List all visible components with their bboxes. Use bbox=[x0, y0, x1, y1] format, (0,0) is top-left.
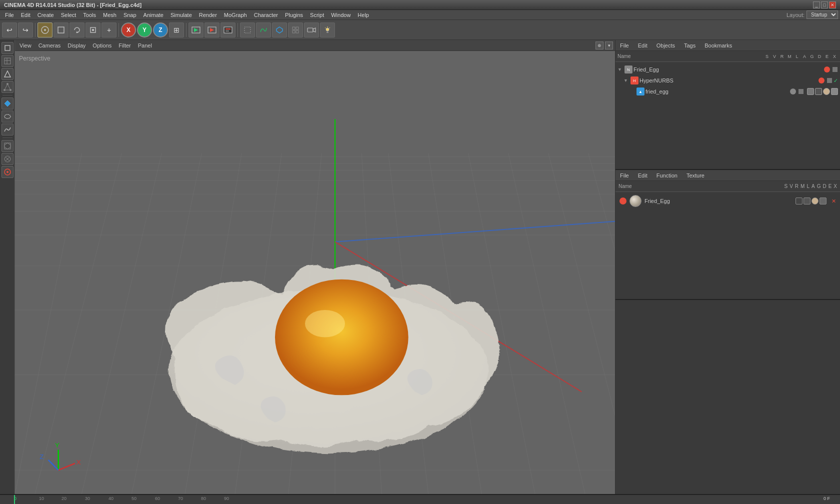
vp-icon-2[interactable]: ▾ bbox=[605, 42, 613, 50]
light-button[interactable] bbox=[320, 22, 335, 38]
ruler-end-frame: 0 F bbox=[824, 496, 830, 501]
object-mode-lt-btn[interactable] bbox=[2, 68, 14, 80]
svg-rect-13 bbox=[244, 27, 250, 33]
move-tool-button[interactable] bbox=[38, 22, 52, 38]
dynamics-btn[interactable] bbox=[2, 166, 14, 178]
objects-edit-menu[interactable]: Edit bbox=[636, 42, 650, 50]
lasso-btn[interactable] bbox=[2, 110, 14, 122]
sculpt-btn[interactable] bbox=[2, 124, 14, 136]
viewport[interactable]: Perspective bbox=[15, 51, 615, 494]
svg-point-33 bbox=[10, 89, 12, 91]
mat-col-r: R bbox=[795, 184, 798, 189]
menu-character[interactable]: Character bbox=[251, 11, 281, 19]
spline-button[interactable] bbox=[256, 22, 271, 38]
menu-window[interactable]: Window bbox=[328, 11, 354, 19]
menu-select[interactable]: Select bbox=[58, 11, 80, 19]
obj-expand-hypernurbs: ▼ bbox=[624, 78, 630, 83]
x-axis-button[interactable]: X bbox=[121, 22, 136, 38]
texture-mode-btn[interactable] bbox=[2, 55, 14, 67]
select-button[interactable]: + bbox=[102, 22, 116, 38]
objects-tags-menu[interactable]: Tags bbox=[682, 42, 698, 50]
vp-menu-options[interactable]: Options bbox=[90, 42, 114, 50]
vp-icon-1[interactable]: ⊕ bbox=[596, 42, 604, 50]
maximize-button[interactable]: □ bbox=[821, 2, 828, 8]
y-axis-button[interactable]: Y bbox=[137, 22, 152, 38]
z-axis-button[interactable]: Z bbox=[153, 22, 168, 38]
minimize-button[interactable]: _ bbox=[813, 2, 820, 8]
svg-rect-10 bbox=[224, 27, 232, 33]
vp-menu-filter[interactable]: Filter bbox=[116, 42, 133, 50]
menu-simulate[interactable]: Simulate bbox=[168, 11, 195, 19]
undo-button[interactable]: ↩ bbox=[2, 22, 17, 38]
svg-rect-22 bbox=[326, 32, 328, 33]
svg-line-76 bbox=[58, 464, 75, 470]
paint-btn[interactable] bbox=[2, 140, 14, 152]
svg-point-42 bbox=[6, 171, 8, 173]
vp-menu-panel[interactable]: Panel bbox=[136, 42, 154, 50]
menu-mesh[interactable]: Mesh bbox=[100, 11, 120, 19]
menu-animate[interactable]: Animate bbox=[140, 11, 166, 19]
menu-mograph[interactable]: MoGraph bbox=[221, 11, 250, 19]
menu-script[interactable]: Script bbox=[307, 11, 327, 19]
vp-menu-display[interactable]: Display bbox=[65, 42, 88, 50]
lasso-icon bbox=[4, 112, 12, 120]
menu-help[interactable]: Help bbox=[354, 11, 372, 19]
rotate-button[interactable] bbox=[70, 22, 84, 38]
col-x: X bbox=[831, 53, 838, 60]
mat-icon-c bbox=[820, 198, 826, 204]
toggle-btn[interactable]: ⊞ bbox=[169, 22, 184, 38]
mat-file-menu[interactable]: File bbox=[618, 172, 632, 180]
object-row-fried-egg[interactable]: ▼ N Fried_Egg bbox=[616, 64, 840, 75]
menu-tools[interactable]: Tools bbox=[80, 11, 99, 19]
menu-plugins[interactable]: Plugins bbox=[282, 11, 306, 19]
menu-edit[interactable]: Edit bbox=[18, 11, 34, 19]
hair-btn[interactable] bbox=[2, 153, 14, 165]
grid-button[interactable] bbox=[288, 22, 303, 38]
mat-texture-menu[interactable]: Texture bbox=[684, 172, 707, 180]
polygon-mode-icon bbox=[4, 100, 12, 108]
timeline-ruler[interactable]: 0 10 20 30 40 50 60 70 80 90 0 F bbox=[0, 494, 840, 504]
mat-col-x: X bbox=[834, 184, 837, 189]
objects-file-menu[interactable]: File bbox=[618, 42, 632, 50]
ruler-mark-40: 40 bbox=[108, 496, 114, 501]
layout-dropdown[interactable]: Startup bbox=[806, 10, 838, 19]
redo-button[interactable]: ↪ bbox=[18, 22, 33, 38]
render-button[interactable] bbox=[204, 22, 220, 38]
toolbar-separator-4 bbox=[238, 23, 238, 37]
mat-col-g: G bbox=[817, 184, 821, 189]
mat-function-menu[interactable]: Function bbox=[654, 172, 680, 180]
mat-icons-row bbox=[796, 198, 826, 204]
svg-point-1 bbox=[44, 29, 46, 31]
menu-create[interactable]: Create bbox=[34, 11, 57, 19]
vp-menu-view[interactable]: View bbox=[17, 42, 34, 50]
camera-button[interactable] bbox=[304, 22, 319, 38]
vp-menu-cameras[interactable]: Cameras bbox=[36, 42, 64, 50]
close-button[interactable]: ✕ bbox=[829, 2, 836, 8]
scale-button[interactable] bbox=[86, 22, 100, 38]
object-row-hypernurbs[interactable]: ▼ H HyperNURBS ✓ bbox=[616, 75, 840, 86]
object-row-fried-egg-mesh[interactable]: ▲ fried_egg bbox=[616, 86, 840, 97]
objects-objects-menu[interactable]: Objects bbox=[654, 42, 678, 50]
mat-icon-1 bbox=[807, 88, 814, 95]
menu-snap[interactable]: Snap bbox=[120, 11, 140, 19]
polygon-button[interactable] bbox=[272, 22, 287, 38]
obj-dot-mesh bbox=[790, 88, 796, 94]
mat-row-fried-egg[interactable]: Fried_Egg ✕ bbox=[618, 194, 838, 208]
object-mode-button[interactable] bbox=[54, 22, 68, 38]
render-region-icon bbox=[192, 26, 200, 34]
null-object-button[interactable] bbox=[240, 22, 255, 38]
model-mode-btn[interactable] bbox=[2, 42, 14, 54]
menu-file[interactable]: File bbox=[2, 11, 17, 19]
edge-mode-btn[interactable] bbox=[2, 81, 14, 93]
mat-edit-menu[interactable]: Edit bbox=[636, 172, 650, 180]
polygon-mode-btn[interactable] bbox=[2, 98, 14, 110]
render-region-button[interactable] bbox=[188, 22, 204, 38]
polygon-icon bbox=[276, 26, 284, 34]
svg-line-77 bbox=[48, 460, 58, 470]
render-settings-button[interactable] bbox=[220, 22, 236, 38]
svg-rect-17 bbox=[292, 30, 295, 33]
mat-col-d: D bbox=[822, 184, 826, 189]
col-e: E bbox=[824, 53, 830, 60]
objects-bookmarks-menu[interactable]: Bookmarks bbox=[702, 42, 734, 50]
menu-render[interactable]: Render bbox=[196, 11, 220, 19]
